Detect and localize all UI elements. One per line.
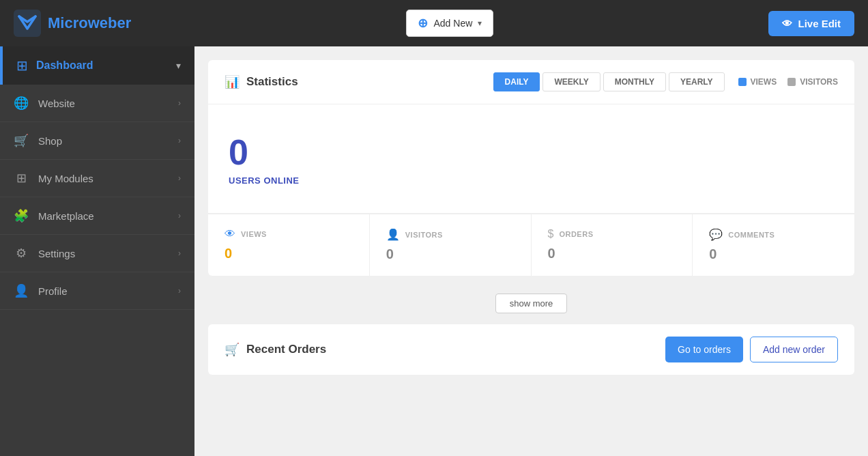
marketplace-chevron-icon: › [178, 211, 181, 220]
stats-metrics: 👁 VIEWS 0 👤 VISITORS 0 $ ORDERS [208, 214, 854, 276]
visitors-metric-icon: 👤 [386, 228, 400, 241]
sidebar-website-label: Website [38, 98, 75, 109]
metric-visitors: 👤 VISITORS 0 [370, 214, 532, 276]
shop-chevron-icon: › [178, 136, 181, 145]
statistics-header: 📊 Statistics DAILY WEEKLY MONTHLY YEARLY… [208, 60, 854, 104]
views-metric-label: VIEWS [241, 230, 267, 238]
main-layout: ⊞ Dashboard ▾ 🌐 Website › 🛒 Shop › ⊞ My … [0, 46, 868, 456]
live-edit-label: Live Edit [798, 18, 841, 29]
website-icon: 🌐 [14, 96, 29, 111]
tab-daily[interactable]: DAILY [493, 72, 540, 91]
sidebar-item-shop[interactable]: 🛒 Shop › [0, 122, 194, 160]
statistics-card: 📊 Statistics DAILY WEEKLY MONTHLY YEARLY… [208, 60, 854, 276]
statistics-tabs: DAILY WEEKLY MONTHLY YEARLY [493, 72, 725, 91]
sidebar-settings-label: Settings [38, 248, 75, 259]
topbar: Microweber ⊕ Add New ▾ 👁 Live Edit [0, 0, 868, 46]
dashboard-chevron-icon: ▾ [176, 60, 181, 71]
svg-rect-0 [14, 10, 41, 37]
statistics-legend: VIEWS VISITORS [738, 77, 838, 87]
eye-metric-icon: 👁 [225, 228, 235, 240]
marketplace-icon: 🧩 [14, 208, 29, 223]
tab-monthly[interactable]: MONTHLY [603, 72, 666, 91]
legend-visitors-dot [787, 78, 796, 86]
comments-metric-icon: 💬 [709, 228, 723, 241]
sidebar-header-dashboard[interactable]: ⊞ Dashboard ▾ [0, 46, 194, 85]
comments-metric-value: 0 [709, 246, 838, 262]
website-chevron-icon: › [178, 98, 181, 108]
legend-views-label: VIEWS [751, 77, 777, 87]
dashboard-icon: ⊞ [16, 57, 28, 74]
tab-yearly[interactable]: YEARLY [669, 72, 725, 91]
recent-orders-header: 🛒 Recent Orders Go to orders Add new ord… [208, 324, 854, 375]
visitors-metric-value: 0 [386, 246, 515, 262]
add-new-order-button[interactable]: Add new order [750, 337, 838, 362]
modules-chevron-icon: › [178, 173, 181, 183]
metric-views: 👁 VIEWS 0 [208, 214, 370, 276]
sidebar-marketplace-label: Marketplace [38, 210, 94, 222]
sidebar-item-profile[interactable]: 👤 Profile › [0, 272, 194, 310]
logo-text: Microweber [48, 14, 131, 32]
sidebar-profile-label: Profile [38, 285, 68, 297]
legend-visitors-label: VISITORS [800, 77, 838, 87]
statistics-chart-icon: 📊 [225, 74, 240, 89]
profile-icon: 👤 [14, 283, 29, 298]
tab-weekly[interactable]: WEEKLY [542, 72, 600, 91]
chevron-down-icon: ▾ [478, 18, 482, 28]
modules-icon: ⊞ [14, 171, 29, 186]
show-more-row: show more [208, 283, 854, 324]
orders-metric-value: 0 [548, 246, 676, 261]
recent-orders-card: 🛒 Recent Orders Go to orders Add new ord… [208, 324, 854, 375]
legend-views: VIEWS [738, 77, 777, 87]
comments-metric-label: COMMENTS [728, 231, 775, 239]
sidebar-item-my-modules[interactable]: ⊞ My Modules › [0, 160, 194, 197]
eye-icon: 👁 [782, 18, 792, 29]
users-online-section: 0 USERS ONLINE [208, 104, 854, 214]
users-online-label: USERS ONLINE [229, 175, 834, 186]
profile-chevron-icon: › [178, 286, 181, 296]
shop-icon: 🛒 [14, 133, 29, 148]
legend-views-dot [738, 78, 747, 86]
sidebar-item-settings[interactable]: ⚙ Settings › [0, 235, 194, 272]
logo: Microweber [14, 10, 131, 37]
statistics-title: Statistics [246, 75, 298, 89]
sidebar-header-left: ⊞ Dashboard [16, 57, 93, 74]
logo-icon [14, 10, 41, 37]
plus-circle-icon: ⊕ [418, 16, 428, 31]
sidebar-dashboard-label: Dashboard [36, 59, 93, 72]
settings-chevron-icon: › [178, 248, 181, 258]
sidebar-shop-label: Shop [38, 135, 62, 147]
content-area: 📊 Statistics DAILY WEEKLY MONTHLY YEARLY… [194, 46, 868, 456]
users-online-count: 0 [229, 132, 834, 173]
metric-orders: $ ORDERS 0 [532, 214, 693, 276]
recent-orders-title: Recent Orders [246, 343, 326, 356]
add-new-button[interactable]: ⊕ Add New ▾ [406, 10, 493, 37]
go-to-orders-button[interactable]: Go to orders [665, 337, 743, 362]
settings-icon: ⚙ [14, 246, 29, 261]
sidebar-item-marketplace[interactable]: 🧩 Marketplace › [0, 197, 194, 235]
orders-metric-label: ORDERS [559, 230, 593, 238]
legend-visitors: VISITORS [787, 77, 838, 87]
metric-comments: 💬 COMMENTS 0 [693, 214, 854, 276]
live-edit-button[interactable]: 👁 Live Edit [768, 11, 854, 36]
sidebar-item-website[interactable]: 🌐 Website › [0, 85, 194, 122]
sidebar-modules-label: My Modules [38, 173, 93, 184]
add-new-label: Add New [433, 18, 472, 29]
visitors-metric-label: VISITORS [405, 231, 443, 239]
orders-metric-icon: $ [548, 228, 554, 240]
show-more-button[interactable]: show more [495, 294, 568, 313]
sidebar: ⊞ Dashboard ▾ 🌐 Website › 🛒 Shop › ⊞ My … [0, 46, 194, 456]
cart-icon: 🛒 [225, 342, 240, 357]
views-metric-value: 0 [225, 246, 353, 261]
